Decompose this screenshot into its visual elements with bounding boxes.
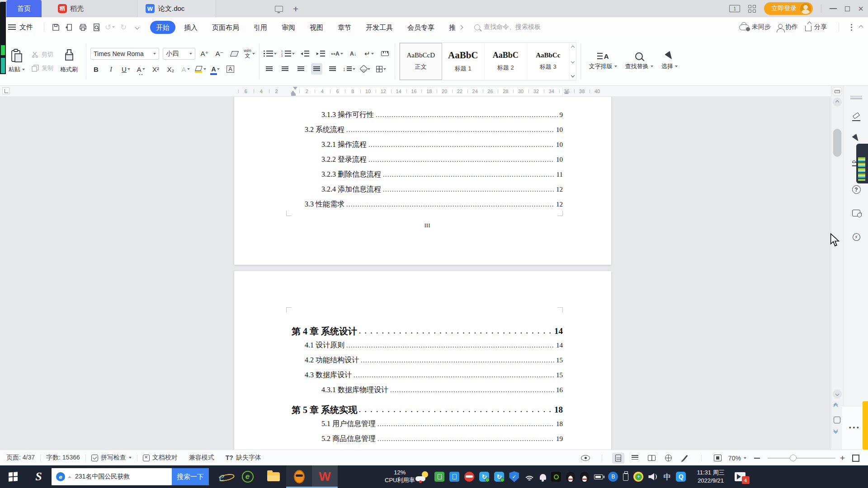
underline-button[interactable]: U	[120, 64, 132, 75]
highlight-button[interactable]	[195, 64, 206, 75]
copy-button[interactable]: 复制	[32, 64, 53, 72]
toc-entry[interactable]: 3.3 性能需求................................…	[292, 200, 563, 215]
proofread-button[interactable]: 文档校对	[143, 454, 178, 462]
save-button[interactable]	[49, 21, 62, 33]
tab-references[interactable]: 引用	[248, 21, 273, 34]
close-button[interactable]: ×	[858, 4, 863, 13]
fullscreen-button[interactable]	[849, 453, 862, 464]
outline-view-button[interactable]	[629, 453, 641, 464]
tab-recommend-truncated[interactable]: 推	[443, 21, 457, 34]
driver-sync-tray-icon-2[interactable]: ↻	[494, 472, 504, 482]
clear-format-button[interactable]	[229, 48, 240, 59]
wps-taskbar-icon[interactable]: W	[312, 465, 338, 488]
increase-font-button[interactable]: A⁺	[199, 48, 210, 59]
eye-protection-button[interactable]	[580, 453, 592, 464]
taskbar-clock[interactable]: 11:31 周三 2022/9/21	[697, 469, 724, 484]
weather-icon[interactable]	[415, 471, 429, 482]
tab-insert[interactable]: 插入	[178, 21, 203, 34]
collaborate-button[interactable]: 协作	[778, 23, 798, 31]
volume-icon[interactable]	[648, 473, 658, 481]
usb-green-tray-icon[interactable]	[434, 472, 444, 482]
cpu-usage-widget[interactable]: 12% CPU利用率	[385, 469, 415, 484]
usb-blue-tray-icon[interactable]	[449, 472, 459, 482]
ime-indicator[interactable]: 中	[663, 472, 671, 482]
tab-member[interactable]: 会员专享	[401, 21, 440, 34]
search-go-button[interactable]: 搜索一下	[172, 468, 209, 485]
news-headline[interactable]: 231名中国公民获救	[75, 473, 172, 481]
share-button[interactable]: 分享	[805, 23, 827, 31]
taskbar-search-box[interactable]: e 231名中国公民获救 搜索一下	[52, 468, 209, 485]
paste-button[interactable]: 粘贴	[5, 42, 29, 80]
promo-tower-widget[interactable]	[856, 144, 868, 183]
toc-chapter-entry[interactable]: 第 5 章 系统实现..............................…	[292, 400, 563, 419]
left-indent-marker[interactable]	[291, 94, 296, 96]
numbering-button[interactable]	[281, 48, 295, 59]
shield-tray-icon[interactable]: ✓	[509, 471, 519, 482]
style-heading2[interactable]: AaBbC 标题 2	[485, 43, 527, 80]
more-menu-icon[interactable]	[851, 24, 852, 31]
tab-page-layout[interactable]: 页面布局	[206, 21, 245, 34]
sync-status[interactable]: 未同步	[739, 23, 771, 31]
styles-down-icon[interactable]	[571, 59, 574, 63]
toc-entry[interactable]: 4.3 数据库设计...............................…	[292, 371, 563, 385]
document-area[interactable]: 3.1.3 操作可行性.............................…	[0, 97, 831, 450]
help-icon[interactable]: ?	[844, 185, 868, 194]
style-heading1[interactable]: AaBbC 标题 1	[442, 43, 485, 80]
ruler-toggle-button[interactable]	[833, 87, 842, 95]
toc-entry[interactable]: 4.3.1 数据库物理设计...........................…	[292, 385, 563, 400]
hamburger-icon[interactable]	[8, 24, 16, 30]
tab-document[interactable]: W 论文.doc	[137, 0, 216, 17]
char-scale-button[interactable]: ⇿A	[331, 48, 343, 59]
start-button[interactable]	[0, 465, 26, 488]
spellcheck-button[interactable]: 拼写检查	[91, 454, 132, 462]
hanging-indent-marker[interactable]	[291, 90, 295, 94]
read-view-button[interactable]	[646, 453, 658, 464]
borders-button[interactable]	[376, 63, 387, 75]
toc-entry[interactable]: 3.2.3 删除信息流程............................…	[292, 170, 563, 185]
tab-start[interactable]: 开始	[150, 21, 175, 34]
file-menu[interactable]: 文件	[19, 23, 33, 32]
toc-entry[interactable]: 5.2 商品信息管理..............................…	[292, 434, 563, 449]
accelerator-ball-icon[interactable]: +	[633, 472, 643, 482]
align-right-button[interactable]	[295, 63, 307, 75]
page-view-button[interactable]	[612, 453, 624, 464]
tabs-scroll-right-icon[interactable]	[459, 25, 463, 29]
tab-review[interactable]: 审阅	[276, 21, 301, 34]
browser360-taskbar-icon[interactable]: e	[235, 465, 260, 488]
toc-entry[interactable]: 3.1.3 操作可行性.............................…	[292, 110, 563, 125]
promo-banner-edge[interactable]	[863, 401, 868, 450]
text-effects-button[interactable]: A	[180, 64, 191, 75]
toc-chapter-entry[interactable]: 第 4 章 系统设计..............................…	[292, 322, 563, 341]
bullets-button[interactable]	[264, 48, 277, 59]
redo-button[interactable]: ↻	[117, 21, 130, 33]
word-count[interactable]: 字数: 15366	[46, 454, 80, 462]
toc-entry[interactable]: 4.1 设计原则................................…	[292, 341, 563, 356]
print-button[interactable]	[76, 21, 90, 33]
ink-annotate-icon[interactable]	[844, 114, 868, 121]
select-button[interactable]: 选择	[657, 42, 682, 80]
style-heading3[interactable]: AaBbCc 标题 3	[527, 43, 570, 80]
toc-entry[interactable]: 3.2.1 操作流程..............................…	[292, 140, 563, 155]
line-spacing-button[interactable]: ↕	[343, 63, 355, 75]
cut-button[interactable]: 剪切	[32, 51, 53, 59]
security-tray-icon[interactable]	[464, 472, 474, 482]
toc-entry[interactable]: 3.2 系统流程................................…	[292, 125, 563, 140]
rail-drag-handle[interactable]	[844, 96, 868, 99]
more-tools-icon[interactable]: •••	[849, 424, 861, 431]
command-search-box[interactable]: 查找命令、搜索模板	[474, 23, 587, 31]
distribute-button[interactable]	[327, 63, 338, 75]
tab-dev-tools[interactable]: 开发工具	[360, 21, 399, 34]
minimize-button[interactable]	[830, 8, 837, 9]
style-normal[interactable]: AaBbCcD 正文	[400, 43, 442, 80]
q-app-tray-icon[interactable]: Q	[676, 472, 686, 482]
toc-entry[interactable]: 5.1 用户信息管理..............................…	[292, 419, 563, 434]
action-center-button[interactable]: 4	[735, 472, 745, 481]
notification-bell-icon[interactable]	[540, 474, 546, 480]
sogou-input-button[interactable]: S	[26, 465, 52, 488]
bold-button[interactable]: B	[90, 64, 102, 75]
print-preview-button[interactable]	[90, 21, 103, 33]
emphasis-mark-button[interactable]: A	[135, 64, 146, 75]
vertical-scrollbar-thumb[interactable]	[833, 129, 841, 157]
smart-tools-icon[interactable]: ⚡	[844, 233, 868, 241]
wrap-mark-button[interactable]: ↵	[363, 48, 375, 59]
